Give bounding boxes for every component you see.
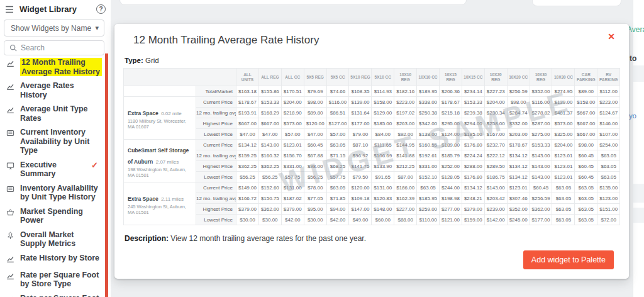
value-cell: $143.00 [530, 172, 552, 182]
sidebar-item[interactable]: Overall Market Supply Metrics [0, 228, 104, 251]
value-cell: $248.21 [462, 193, 484, 204]
value-cell: $57.75 [281, 172, 304, 182]
dropdown-value: Show Widgets by Name [11, 24, 91, 33]
store-cell: CubeSmart Self Storage of Auburn 2.07 mi… [124, 140, 196, 182]
value-cell: $30.00 [258, 215, 281, 225]
value-cell: $87.10 [349, 140, 372, 150]
value-cell: $63.05 [575, 193, 597, 204]
type-value: Grid [145, 57, 159, 64]
sidebar-item[interactable]: Average Rates History [0, 79, 104, 102]
value-cell: $197.02 [394, 108, 417, 118]
value-cell: $67.88 [304, 150, 326, 161]
value-cell: $362.00 [530, 204, 552, 215]
help-icon[interactable]: ? [96, 4, 106, 14]
value-cell: $239.00 [484, 204, 507, 215]
search-input[interactable] [21, 43, 90, 52]
value-cell: $98.00 [304, 161, 326, 172]
sidebar-item[interactable]: Executive Summary✓ [0, 158, 104, 181]
sidebar-item-label: Overall Market Supply Metrics [20, 230, 102, 249]
value-cell: $112.00 [597, 86, 620, 97]
sidebar-scrollbar[interactable] [105, 53, 108, 297]
sidebar-item[interactable]: Average Unit Type Rates [0, 102, 104, 125]
value-cell: $30.00 [304, 215, 326, 225]
column-header: 5X5 CC [326, 69, 349, 86]
column-header: ALL REG [258, 69, 281, 86]
value-cell: $88.00 [394, 215, 417, 225]
row-label-cell: 12 mo. trailing avg. [196, 193, 236, 204]
value-cell: $166.72 [236, 193, 259, 204]
sidebar-item[interactable]: Current Inventory Availability by Unit T… [0, 125, 104, 158]
value-cell: $123.01 [552, 161, 575, 172]
value-cell: $142.00 [484, 215, 507, 225]
store-name: Extra Space [128, 196, 158, 202]
value-cell: $123.00 [597, 193, 620, 204]
rates-grid: ALL UNITSALL REGALL CC5X5 REG5X5 CC5X10 … [123, 68, 620, 225]
close-icon[interactable]: ✕ [608, 31, 615, 42]
sidebar-item[interactable]: Inventory Availability by Unit Type Hist… [0, 181, 104, 205]
value-cell: $98.00 [575, 140, 597, 150]
row-label-cell: Highest Price [196, 204, 236, 215]
widget-library-sidebar: Widget Library ? Show Widgets by Name ▾ … [0, 0, 111, 297]
column-header: 10X10 CC [417, 69, 440, 86]
value-cell: $259.00 [417, 204, 440, 215]
row-label-cell: Lowest Price [196, 215, 236, 225]
chart-icon [6, 105, 15, 116]
column-header: ALL CC [281, 69, 304, 86]
value-cell: $120.00 [304, 118, 326, 129]
value-cell: $379.00 [236, 204, 259, 215]
value-cell: $63.05 [326, 182, 349, 193]
value-cell: $47.00 [258, 129, 281, 140]
store-cell: Extra Space 2.11 miles245 Washington St,… [124, 182, 196, 225]
value-cell: $159.25 [236, 150, 259, 161]
sidebar-item[interactable]: Market Spending Power [0, 205, 104, 228]
value-cell: $84.00 [372, 129, 394, 140]
description-label: Description: [125, 234, 169, 243]
value-cell: $667.00 [575, 118, 597, 129]
value-cell: $152.60 [258, 182, 281, 193]
value-cell: $239.38 [462, 108, 484, 118]
sidebar-item[interactable]: Rate per Square Foot by Unit Type [0, 291, 104, 297]
value-cell: $193.91 [236, 108, 259, 118]
header-row: ALL UNITSALL REGALL CC5X5 REG5X5 CC5X10 … [124, 69, 620, 86]
value-cell: $124.00 [440, 129, 462, 140]
column-header: RV PARKING [597, 69, 620, 86]
sidebar-item[interactable]: Rate History by Store [0, 251, 104, 268]
value-cell: $307.46 [507, 193, 530, 204]
sidebar-item[interactable]: 12 Month Trailing Average Rate History [0, 55, 104, 79]
value-cell: $63.05 [552, 193, 575, 204]
store-distance: 2.11 miles [161, 196, 184, 202]
value-cell: $116.00 [530, 97, 552, 108]
store-address: 198 Washington St, Auburn, MA 01501 [128, 167, 192, 178]
row-label-cell: Highest Price [196, 118, 236, 129]
value-cell: $204.00 [281, 97, 304, 108]
column-header: 5X10 REG [349, 69, 372, 86]
show-widgets-dropdown[interactable]: Show Widgets by Name ▾ [4, 20, 104, 36]
value-cell: $149.00 [236, 182, 259, 193]
sidebar-item-label: Inventory Availability by Unit Type Hist… [20, 184, 102, 202]
widget-detail-modal: 12 Month Trailing Average Rate History ✕… [114, 24, 629, 279]
sidebar-item-label: Rate History by Store [20, 254, 99, 263]
sidebar-item-label: 12 Month Trailing Average Rate History [20, 58, 102, 76]
value-cell: $275.00 [530, 129, 552, 140]
value-cell: $141.88 [394, 150, 417, 161]
value-cell: $185.79 [440, 150, 462, 161]
value-cell: $274.95 [552, 86, 575, 97]
value-cell: $120.00 [349, 182, 372, 193]
value-cell: $147.00 [349, 204, 372, 215]
search-icon [9, 44, 17, 52]
value-cell: $203.42 [484, 193, 507, 204]
add-widget-to-palette-button[interactable]: Add widget to Palette [523, 250, 614, 269]
value-cell: $224.24 [462, 150, 484, 161]
inventory-icon [6, 184, 15, 196]
value-cell: $352.00 [530, 86, 552, 97]
store-distance: 0.02 mile [161, 111, 181, 116]
value-cell: $232.70 [484, 140, 507, 150]
value-cell: $167.00 [484, 129, 507, 140]
value-cell: $110.00 [417, 215, 440, 225]
value-cell: $74.66 [326, 86, 349, 97]
table-row: Lowest Price$56.25$56.25$57.75$56.25$57.… [124, 172, 620, 182]
menu-icon[interactable] [5, 6, 14, 13]
value-cell: $332.00 [507, 118, 530, 129]
search-box[interactable] [4, 40, 104, 55]
sidebar-item[interactable]: Rate per Square Foot by Store Type [0, 268, 104, 291]
